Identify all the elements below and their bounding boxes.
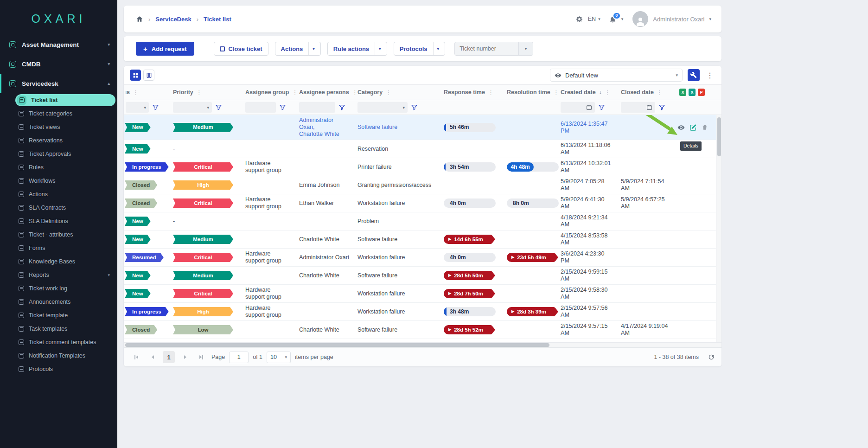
column-menu-icon[interactable]: ⋮ [657, 89, 663, 96]
sidebar-item-ticket-list[interactable]: Ticket list [15, 94, 115, 106]
ticket-number-dropdown-chevron[interactable]: ▾ [518, 42, 533, 55]
excel-export-icon[interactable]: X [679, 89, 686, 96]
sidebar-item-knowledge-bases[interactable]: Knowledge Bases [0, 255, 117, 268]
actions-dropdown[interactable]: Actions▾ [275, 42, 321, 56]
next-page-button[interactable] [179, 351, 191, 363]
column-menu-icon[interactable]: ⋮ [133, 89, 139, 96]
ticket-number-input[interactable] [455, 42, 518, 55]
table-row[interactable]: In progressHighHardware support groupWor… [124, 303, 721, 321]
page-1-button[interactable]: 1 [163, 351, 175, 363]
sidebar-item-sla-contracts[interactable]: SLA Contracts [0, 201, 117, 214]
sidebar-item-cmdb[interactable]: CMDB▾ [0, 54, 117, 74]
add-request-button[interactable]: +Add request [136, 42, 194, 56]
filter-funnel-icon[interactable] [598, 104, 605, 111]
column-menu-icon[interactable]: ⋮ [605, 89, 611, 96]
vertical-scrollbar-thumb[interactable] [717, 117, 721, 156]
grid-settings-wrench-button[interactable] [688, 69, 700, 81]
settings-gear-icon[interactable] [575, 15, 583, 23]
table-row[interactable]: ClosedCriticalHardware support groupEtha… [124, 194, 721, 212]
avatar[interactable] [632, 11, 648, 27]
sidebar-item-workflows[interactable]: Workflows [0, 174, 117, 187]
column-menu-icon[interactable]: ⋮ [488, 89, 494, 96]
first-page-button[interactable] [130, 351, 142, 363]
sidebar-item-rules[interactable]: Rules [0, 160, 117, 174]
category-text[interactable]: Software failure [357, 124, 397, 131]
filter-funnel-icon[interactable] [338, 104, 345, 111]
assignee-person-link[interactable]: Charlotte White [299, 131, 349, 138]
sidebar-item-forms[interactable]: Forms [0, 241, 117, 255]
table-row[interactable]: ResumedCriticalHardware support groupAdm… [124, 249, 721, 267]
column-header-closed-date[interactable]: Closed date⋮ [616, 85, 675, 100]
sidebar-item-actions[interactable]: Actions [0, 187, 117, 201]
sidebar-item-ticket-work-log[interactable]: Ticket work log [0, 282, 117, 295]
filter-date-input[interactable] [621, 102, 655, 113]
sidebar-item-ticket-attributes[interactable]: Ticket - attributes [0, 228, 117, 241]
column-header-response-time[interactable]: Response time⋮ [439, 85, 502, 100]
filter-funnel-icon[interactable] [152, 104, 159, 111]
sidebar-item-asset-management[interactable]: Asset Management▾ [0, 35, 117, 54]
sidebar-item-reports[interactable]: Reports▾ [0, 268, 117, 282]
filter-dropdown[interactable]: ▾ [173, 102, 212, 113]
filter-dropdown[interactable]: ▾ [126, 102, 149, 113]
table-row[interactable]: NewMediumAdministrator Oxari,Charlotte W… [124, 115, 721, 140]
table-row[interactable]: NewMediumCharlotte WhiteSoftware failure… [124, 267, 721, 285]
sidebar-item-ticket-approvals[interactable]: Ticket Approvals [0, 147, 117, 160]
table-row[interactable]: ClosedHighEmma JohnsonGranting permissio… [124, 176, 721, 194]
close-ticket-button[interactable]: Close ticket [214, 42, 268, 56]
sidebar-item-servicedesk[interactable]: Servicedesk▴ [0, 74, 117, 93]
page-number-input[interactable] [229, 352, 249, 363]
filter-dropdown[interactable]: ▾ [357, 102, 408, 113]
notifications-button[interactable]: 0 [609, 15, 617, 23]
column-header-priority[interactable]: Priority⋮ [168, 85, 241, 100]
table-row[interactable]: NewMediumCharlotte WhiteSoftware failure… [124, 230, 721, 249]
filter-input[interactable] [245, 102, 276, 113]
column-view-button[interactable] [143, 70, 154, 81]
filter-funnel-icon[interactable] [411, 104, 418, 111]
sidebar-item-sla-definitions[interactable]: SLA Definitions [0, 214, 117, 228]
sidebar-item-ticket-comment-templates[interactable]: Ticket comment templates [0, 335, 117, 349]
view-details-icon[interactable] [677, 124, 685, 131]
column-header-resolution-time[interactable]: Resolution time⋮ [502, 85, 556, 100]
user-menu-chevron[interactable]: ▾ [709, 17, 711, 21]
delete-icon[interactable] [702, 124, 708, 131]
filter-funnel-icon[interactable] [279, 104, 286, 111]
horizontal-scrollbar-thumb[interactable] [125, 343, 549, 347]
chevron-down-icon[interactable]: ▾ [621, 17, 624, 21]
pdf-export-icon[interactable]: P [698, 89, 705, 96]
filter-date-input[interactable] [561, 102, 595, 113]
filter-funnel-icon[interactable] [215, 104, 222, 111]
sidebar-item-announcements[interactable]: Announcements [0, 295, 117, 308]
sidebar-item-ticket-views[interactable]: Ticket views [0, 120, 117, 134]
column-menu-icon[interactable]: ⋮ [385, 89, 391, 96]
prev-page-button[interactable] [147, 351, 159, 363]
table-row[interactable]: In progressCriticalHardware support grou… [124, 158, 721, 176]
breadcrumb-servicedesk[interactable]: ServiceDesk [155, 16, 191, 23]
view-selector[interactable]: Default view ▾ [550, 69, 683, 82]
sidebar-item-protocols[interactable]: Protocols [0, 362, 117, 376]
column-header-created-date[interactable]: Created date↓⋮ [556, 85, 616, 100]
rule-actions-dropdown[interactable]: Rule actions▾ [327, 42, 387, 56]
column-header-category[interactable]: Category⋮ [353, 85, 439, 100]
table-row[interactable]: NewMedium▶ [124, 339, 721, 342]
grid-menu-kebab-icon[interactable]: ⋮ [705, 71, 715, 80]
column-header-status[interactable]: Status⋮ [124, 85, 168, 100]
sidebar-item-task-templates[interactable]: Task templates [0, 322, 117, 335]
filter-input[interactable] [299, 102, 335, 113]
language-selector[interactable]: EN▾ [588, 16, 600, 22]
sidebar-item-ticket-categories[interactable]: Ticket categories [0, 107, 117, 120]
table-row[interactable]: NewCriticalHardware support groupWorksta… [124, 285, 721, 303]
refresh-icon[interactable] [708, 353, 715, 361]
grid-view-button[interactable] [130, 70, 141, 81]
csv-export-icon[interactable]: X [689, 89, 696, 96]
edit-icon[interactable] [689, 124, 697, 131]
table-row[interactable]: ClosedLowCharlotte WhiteSoftware failure… [124, 321, 721, 339]
table-row[interactable]: New-Problem4/18/2024 9:21:34 AM [124, 212, 721, 230]
column-header-assignee-group[interactable]: Assignee group⋮ [241, 85, 294, 100]
filter-funnel-icon[interactable] [658, 104, 665, 111]
page-size-select[interactable]: 10▾ [267, 352, 291, 363]
column-menu-icon[interactable]: ⋮ [196, 89, 202, 96]
home-icon[interactable] [136, 15, 143, 23]
table-row[interactable]: New-Reservation6/13/2024 11:18:06 AM [124, 140, 721, 158]
last-page-button[interactable] [195, 351, 207, 363]
breadcrumb-ticket-list[interactable]: Ticket list [204, 16, 231, 23]
